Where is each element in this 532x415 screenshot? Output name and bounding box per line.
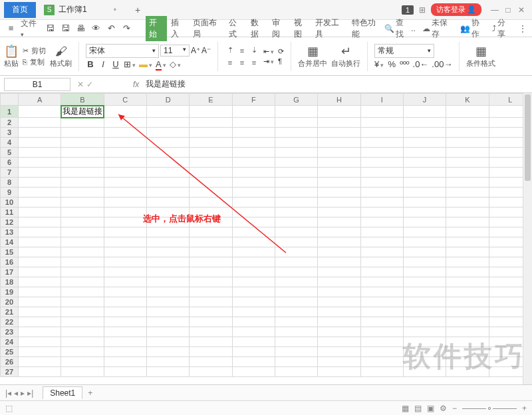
tab-special[interactable]: 特色功能 (349, 16, 384, 41)
cell[interactable] (403, 208, 446, 217)
cell[interactable] (18, 106, 61, 118)
cell[interactable] (403, 367, 446, 377)
cell[interactable] (360, 118, 403, 128)
cell[interactable] (18, 138, 61, 148)
cell[interactable] (403, 118, 446, 128)
grid-row[interactable]: 20 (1, 297, 532, 307)
format-painter-button[interactable]: 🖌格式刷 (50, 45, 72, 69)
cell[interactable] (232, 217, 275, 227)
align-grid[interactable]: ⇡≡⇣ ≡≡≡ (225, 45, 259, 68)
app-menu-icon[interactable]: ≡ (5, 23, 17, 33)
cell[interactable] (18, 158, 61, 168)
cell[interactable] (61, 158, 104, 168)
grid-row[interactable]: 13 (1, 227, 532, 237)
align-center-icon[interactable]: ≡ (237, 57, 247, 68)
cell[interactable] (146, 277, 189, 287)
search-button[interactable]: 🔍 查找.. (384, 17, 416, 40)
cell[interactable] (318, 158, 360, 168)
cell[interactable] (446, 118, 489, 128)
cell[interactable] (104, 237, 146, 247)
cell[interactable] (146, 357, 189, 367)
cell[interactable] (61, 287, 104, 297)
cell[interactable] (446, 347, 489, 357)
cell[interactable] (232, 367, 275, 377)
cell[interactable] (104, 227, 146, 237)
cell[interactable] (190, 247, 232, 257)
cell[interactable] (146, 138, 189, 148)
row-head[interactable]: 18 (1, 277, 19, 287)
cell[interactable] (360, 347, 403, 357)
cell[interactable] (275, 277, 317, 287)
cell[interactable] (61, 327, 104, 337)
cell[interactable] (146, 317, 189, 327)
cell[interactable] (190, 128, 232, 138)
cell[interactable] (104, 198, 146, 208)
grid-row[interactable]: 17 (1, 267, 532, 277)
cell[interactable] (318, 188, 360, 198)
cell[interactable] (446, 277, 489, 287)
cell[interactable] (190, 188, 232, 198)
col-C[interactable]: C (104, 94, 146, 106)
cell[interactable] (403, 317, 446, 327)
cell[interactable] (190, 357, 232, 367)
tab-data[interactable]: 数据 (248, 16, 268, 41)
cell[interactable] (275, 106, 317, 118)
cell[interactable] (403, 327, 446, 337)
grid-row[interactable]: 14 (1, 237, 532, 247)
grid-row[interactable]: 18 (1, 277, 532, 287)
cell[interactable] (360, 367, 403, 377)
cell[interactable] (18, 287, 61, 297)
cell[interactable] (190, 158, 232, 168)
cell[interactable] (146, 267, 189, 277)
vertical-scrollbar[interactable] (523, 93, 532, 384)
row-head[interactable]: 4 (1, 138, 19, 148)
row-head[interactable]: 19 (1, 287, 19, 297)
cell[interactable] (403, 158, 446, 168)
cell[interactable] (275, 307, 317, 317)
currency-button[interactable]: ¥ (374, 59, 384, 69)
cell[interactable] (61, 297, 104, 307)
cell[interactable] (61, 267, 104, 277)
cell[interactable] (318, 208, 360, 217)
cell[interactable] (61, 118, 104, 128)
last-sheet-icon[interactable]: ▸| (27, 388, 33, 398)
cell[interactable] (360, 128, 403, 138)
cell[interactable] (146, 118, 189, 128)
cell[interactable] (232, 138, 275, 148)
zoom-slider[interactable]: ———⚬——— (462, 404, 517, 413)
cell[interactable] (275, 138, 317, 148)
cell[interactable] (18, 327, 61, 337)
cell[interactable] (275, 188, 317, 198)
cell[interactable] (318, 337, 360, 347)
share-button[interactable]: ⤴ 分享 (492, 17, 512, 40)
copy-button[interactable]: ⎘ 复制 (23, 57, 46, 67)
cell[interactable] (232, 227, 275, 237)
cell[interactable] (360, 257, 403, 267)
row-head[interactable]: 16 (1, 257, 19, 267)
cell[interactable] (446, 148, 489, 158)
cell[interactable] (403, 337, 446, 347)
cell[interactable] (403, 227, 446, 237)
cell[interactable] (232, 327, 275, 337)
grid-row[interactable]: 26 (1, 357, 532, 367)
cell[interactable] (104, 287, 146, 297)
cell[interactable] (104, 178, 146, 188)
cell[interactable] (275, 158, 317, 168)
cell[interactable] (232, 198, 275, 208)
cell[interactable] (104, 208, 146, 217)
cell[interactable] (61, 257, 104, 267)
save-as-icon[interactable]: 🖫 (60, 23, 71, 33)
cell[interactable] (146, 198, 189, 208)
cell[interactable] (446, 307, 489, 317)
cell[interactable] (18, 337, 61, 347)
cell[interactable] (232, 158, 275, 168)
cell[interactable] (190, 178, 232, 188)
number-format-select[interactable]: 常规▾ (374, 44, 434, 58)
cell[interactable] (446, 267, 489, 277)
grid-row[interactable]: 11 (1, 208, 532, 217)
inc-decimal-button[interactable]: .0← (413, 59, 429, 69)
cell[interactable] (146, 168, 189, 178)
cell[interactable] (104, 307, 146, 317)
grid-row[interactable]: 10 (1, 198, 532, 208)
percent-button[interactable]: % (387, 59, 396, 69)
